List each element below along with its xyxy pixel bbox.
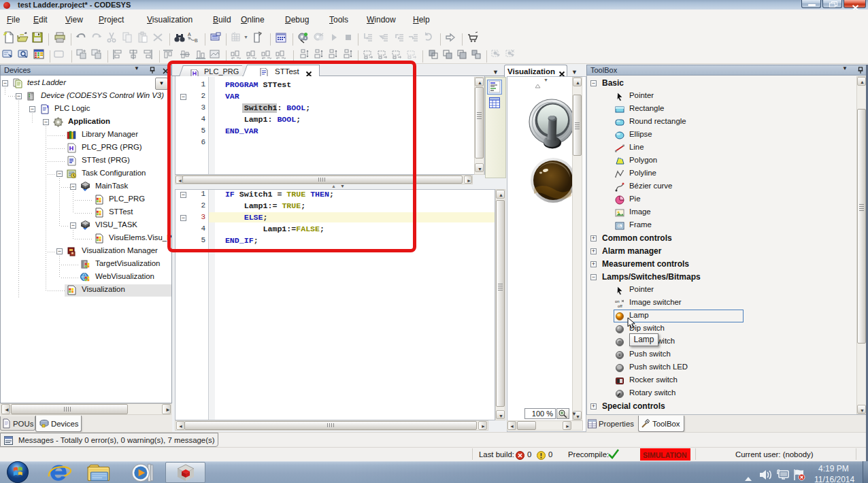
svg-text:off: off (618, 304, 622, 308)
svg-text:on: on (615, 299, 620, 303)
svg-text:A: A (188, 32, 191, 37)
svg-text:B: B (195, 38, 198, 43)
